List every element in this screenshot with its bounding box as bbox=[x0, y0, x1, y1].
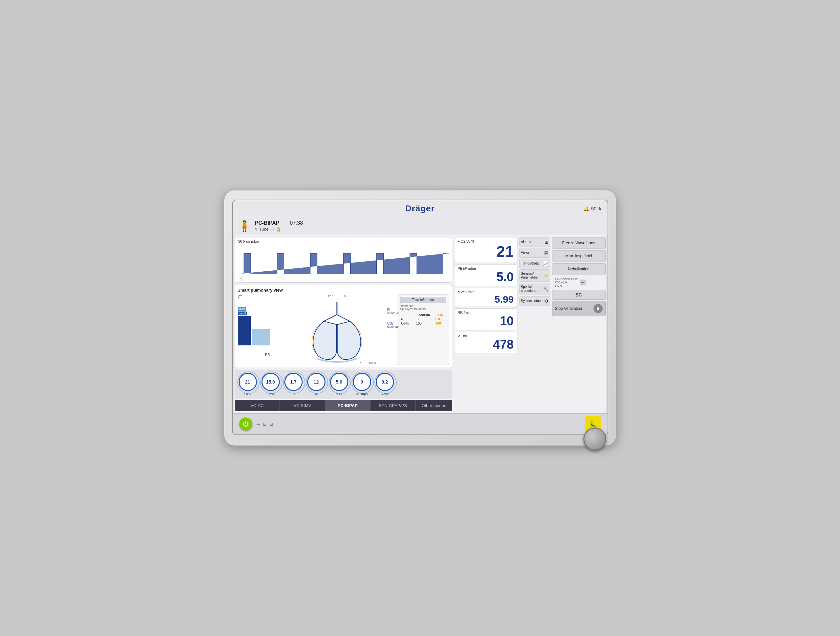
nav-btn-text-4: Special procedures bbox=[521, 285, 542, 293]
nav-button-sensors--parameters[interactable]: Sensors/ Parameters⚡ bbox=[519, 269, 550, 282]
lung-svg bbox=[298, 298, 376, 364]
knob-circle-5[interactable]: 0 bbox=[353, 373, 371, 391]
patient-sub: ⚕ Tube ⇒ 🔋 bbox=[255, 226, 303, 232]
ref-row-cdyn: Cdyn 180 100 bbox=[400, 321, 446, 326]
knob-item-3: 12 RR bbox=[307, 373, 325, 396]
man-insp-button[interactable]: Man. insp./hold bbox=[552, 250, 606, 262]
apn-area: APN VT500 AF12 ATC ø8.0 SIGH··· bbox=[552, 276, 606, 289]
waveform-top-val: 30 bbox=[238, 239, 242, 243]
waveform-svg: -5 bbox=[238, 245, 448, 281]
take-reference-button[interactable]: Take reference bbox=[400, 297, 446, 303]
nav-btn-icon-2: 📈 bbox=[543, 261, 548, 266]
patient-bar: 🧍 PC-BIPAP 07:38 ⚕ Tube ⇒ 🔋 bbox=[233, 217, 608, 236]
metric-label-2: MVe L/min bbox=[458, 290, 514, 294]
right-panels: FiO2 Vol% 21 PEEP mbar 5.0 MVe L/min 5.9… bbox=[454, 235, 519, 413]
dial-knob[interactable] bbox=[583, 428, 606, 450]
lung-container: 12.0 0 bbox=[298, 294, 376, 365]
nav-button-alarms[interactable]: Alarms⊞ bbox=[519, 237, 550, 247]
side-nav: Alarms⊞Views▤Trends/Data📈Sensors/ Parame… bbox=[519, 235, 552, 413]
stop-ventilation-label: Stop Ventilation bbox=[555, 306, 582, 311]
knob-circle-2[interactable]: 1.7 bbox=[284, 373, 303, 391]
metric-value-3: 10 bbox=[458, 315, 514, 328]
power-button[interactable]: ⏻ bbox=[239, 417, 253, 431]
other-modes-button[interactable]: Other modes bbox=[415, 400, 452, 411]
device-frame: Dräger 🔔 50% 🧍 PC-BIPAP 07:38 ⚕ Tube bbox=[224, 190, 616, 446]
nav-button-trends-data[interactable]: Trends/Data📈 bbox=[519, 259, 550, 268]
hw-icon-2: ⊡ bbox=[263, 421, 267, 427]
metric-card-4: VT mL 478 bbox=[454, 332, 518, 354]
col-header-ref: Ref. bbox=[434, 313, 446, 317]
nav-button-special-procedures[interactable]: Special procedures🔧 bbox=[519, 283, 550, 295]
hardware-bar: ⏻ ⇒ ⊡ ⊟ 🐛 bbox=[233, 413, 608, 434]
waveform-panel: 30 Paw mbar -5 bbox=[235, 237, 452, 283]
metric-card-1: PEEP mbar 5.0 bbox=[454, 264, 518, 287]
col-header-param bbox=[400, 313, 415, 317]
mode-tab-spn-cpap-ps[interactable]: SPN-CPAP/PS bbox=[371, 400, 416, 411]
metric-card-2: MVe L/min 5.99 bbox=[454, 288, 518, 307]
nebulization-button[interactable]: Nebulization bbox=[552, 263, 606, 275]
metric-value-0: 21 bbox=[458, 243, 514, 261]
knob-circle-3[interactable]: 12 bbox=[307, 373, 325, 391]
alarm-badge: 🔔 50% bbox=[583, 205, 601, 211]
sc-button[interactable]: SC bbox=[552, 290, 606, 300]
metric-value-4: 478 bbox=[458, 338, 514, 352]
ref-date: Reference: 14-July-2019, 06:35 bbox=[400, 304, 446, 311]
knob-circle-0[interactable]: 21 bbox=[238, 373, 257, 391]
stop-icon: ⏹ bbox=[594, 304, 603, 313]
nav-btn-icon-1: ▤ bbox=[544, 250, 548, 255]
vt-bar-light-group bbox=[252, 329, 270, 345]
nav-button-system-setup[interactable]: System setup⚙ bbox=[519, 296, 550, 306]
nav-btn-text-0: Alarms bbox=[521, 240, 544, 244]
knobs-area: 21 FiO₂ 15.0 Pinsp 1.7 Ti 12 RR 5.0 PEEP… bbox=[235, 370, 452, 398]
knob-item-1: 15.0 Pinsp bbox=[262, 373, 280, 396]
ref-r-current: 11.5 bbox=[415, 317, 434, 321]
lung-scale-top: 12.0 0 bbox=[298, 294, 376, 298]
patient-info: 🧍 PC-BIPAP 07:38 ⚕ Tube ⇒ 🔋 bbox=[238, 220, 303, 233]
waveform-label: 30 Paw mbar bbox=[238, 239, 259, 243]
power-icon: ⇒ bbox=[271, 226, 275, 232]
vt-bar-light bbox=[252, 329, 270, 345]
waveform-unit: mbar bbox=[251, 239, 259, 243]
ref-row-r: R 11.5 6.0 bbox=[400, 317, 446, 321]
more-button[interactable]: ··· bbox=[580, 280, 586, 285]
vt-chart: VT spon mand bbox=[238, 294, 277, 365]
vt-bar-group: spon mand bbox=[238, 307, 251, 345]
stop-ventilation-button[interactable]: Stop Ventilation ⏹ bbox=[552, 301, 606, 316]
ref-cdyn-ref: 100 bbox=[434, 321, 446, 326]
lung-area: 12.0 0 bbox=[279, 294, 395, 365]
mode-tab-pc-bipap[interactable]: PC-BIPAP bbox=[325, 400, 371, 411]
metric-value-2: 5.99 bbox=[458, 294, 514, 305]
hw-icons: ⇒ ⊡ ⊟ bbox=[256, 421, 273, 427]
knob-circle-1[interactable]: 15.0 bbox=[262, 373, 280, 391]
metric-value-1: 5.0 bbox=[458, 271, 514, 284]
patient-icon: 🧍 bbox=[238, 221, 251, 231]
nav-btn-text-3: Sensors/ Parameters bbox=[521, 272, 542, 280]
r-label: R mbar/L/s Cdyn mL/mbar bbox=[387, 307, 399, 329]
tube-icon: ⚕ bbox=[255, 227, 257, 232]
screen: Dräger 🔔 50% 🧍 PC-BIPAP 07:38 ⚕ Tube bbox=[232, 200, 608, 435]
alarm-icon: 🔔 bbox=[583, 205, 590, 211]
col-header-current: Current bbox=[415, 313, 434, 317]
mode-tab-vc-ac[interactable]: VC-AC bbox=[235, 400, 280, 411]
knob-item-2: 1.7 Ti bbox=[284, 373, 303, 396]
battery-icon: 🔋 bbox=[276, 226, 281, 232]
nav-button-views[interactable]: Views▤ bbox=[519, 248, 550, 258]
waveform-name: Paw bbox=[243, 239, 250, 243]
knob-circle-4[interactable]: 5.0 bbox=[330, 373, 348, 391]
spon-label: spon bbox=[238, 307, 246, 311]
freeze-waveforms-button[interactable]: Freeze Waveforms bbox=[552, 237, 606, 249]
knob-item-0: 21 FiO₂ bbox=[238, 373, 257, 396]
smart-body: VT spon mand bbox=[238, 294, 449, 365]
vt-label: VT bbox=[238, 294, 242, 298]
brand-logo: Dräger bbox=[406, 203, 435, 214]
nav-btn-text-5: System setup bbox=[521, 299, 543, 303]
mode-tab-vc-simv[interactable]: VC-SIMV bbox=[280, 400, 325, 411]
apn-text: APN VT500 AF12 ATC ø8.0 SIGH bbox=[555, 277, 578, 287]
left-content: 30 Paw mbar -5 bbox=[233, 235, 454, 413]
smart-panel: Smart pulmonary view VT spon mand bbox=[235, 285, 452, 368]
ref-table: Current Ref. R 11.5 6.0 bbox=[400, 313, 446, 326]
vt-bars: spon mand RR bbox=[238, 300, 270, 352]
hardware-left: ⏻ ⇒ ⊡ ⊟ bbox=[239, 417, 273, 431]
rr-label-container: RR bbox=[265, 351, 270, 357]
knob-circle-6[interactable]: 0.2 bbox=[376, 373, 394, 391]
